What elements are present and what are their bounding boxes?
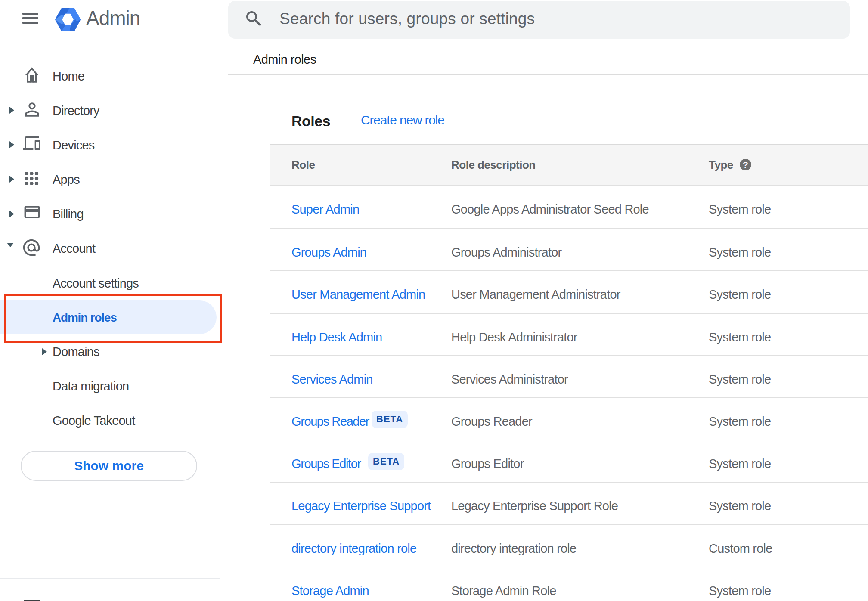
- svg-text:?: ?: [743, 160, 748, 170]
